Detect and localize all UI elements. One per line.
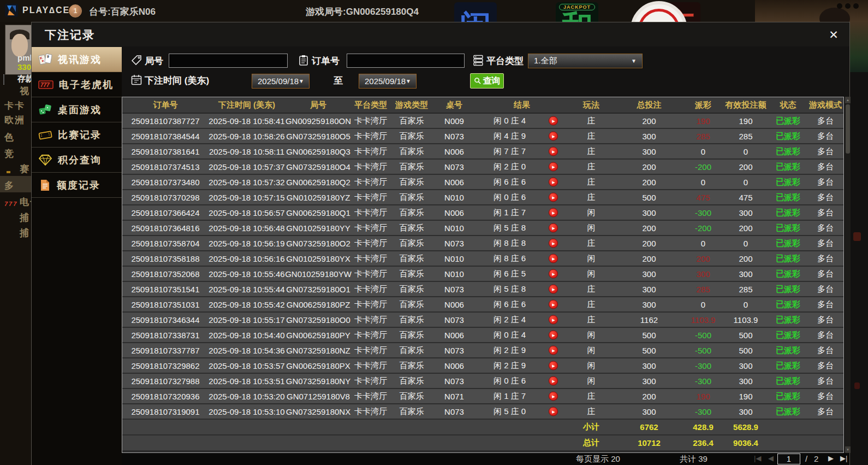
replay-video-button[interactable]: ▶: [549, 269, 558, 279]
replay-video-button[interactable]: ▶: [549, 208, 558, 217]
cell-round: GN010259180YX: [285, 251, 352, 266]
round-input[interactable]: [169, 54, 288, 68]
play-icon: ▶: [552, 195, 555, 199]
platform-select[interactable]: 1.全部 ▼: [528, 54, 643, 68]
background-nav-item-1[interactable]: 卡卡: [4, 99, 25, 112]
cell-status: 已派彩: [770, 358, 806, 373]
cell-game: 百家乐: [390, 205, 433, 220]
cell-payout: 475: [685, 190, 722, 204]
cell-status: 已派彩: [770, 221, 806, 235]
replay-video-button[interactable]: ▶: [549, 315, 558, 325]
sidebar-item-4[interactable]: 积分查询: [32, 148, 122, 173]
balance-row: 3300: [3, 62, 31, 72]
page-next-icon[interactable]: ▶: [828, 454, 834, 462]
replay-video-button[interactable]: ▶: [549, 132, 558, 141]
page-separator: /: [805, 454, 807, 463]
search-icon: [474, 77, 481, 85]
cell-payout: 200: [685, 251, 722, 266]
date-to-select[interactable]: 2025/09/18 ▼: [359, 74, 417, 89]
cell-table_no: N073: [433, 313, 475, 327]
date-from-select[interactable]: 2025/09/18 ▼: [252, 74, 310, 89]
cell-status: 已派彩: [770, 328, 806, 342]
replay-video-button[interactable]: ▶: [549, 361, 558, 370]
close-icon[interactable]: ✕: [827, 28, 841, 42]
scroll-up-icon[interactable]: ▲: [845, 97, 851, 103]
replay-video-button[interactable]: ▶: [549, 178, 558, 187]
sidebar-item-0[interactable]: K♥9视讯游戏: [32, 47, 122, 72]
cell-table_no: N006: [433, 358, 475, 373]
page-first-icon[interactable]: |◀: [754, 454, 761, 462]
page-last-icon[interactable]: ▶|: [840, 454, 847, 462]
page-prev-icon[interactable]: ◀: [768, 454, 774, 462]
cell-result: 闲 2 庄 9▶: [475, 343, 569, 357]
background-nav-item-4[interactable]: 竞: [4, 148, 15, 160]
background-nav-item-2[interactable]: 欧洲: [4, 114, 25, 126]
cell-game: 百家乐: [390, 404, 433, 419]
replay-video-button[interactable]: ▶: [549, 116, 558, 126]
replay-video-button[interactable]: ▶: [549, 285, 558, 294]
replay-video-button[interactable]: ▶: [549, 300, 558, 309]
platform-filter-label: 平台类型: [486, 55, 524, 67]
cell-round: GN006259180PX: [285, 358, 352, 373]
replay-video-button[interactable]: ▶: [549, 407, 558, 416]
replay-video-button[interactable]: ▶: [549, 223, 558, 233]
cell-round: GN073259180NX: [285, 404, 352, 419]
cell-bet: 500: [614, 190, 685, 204]
subtotal-row-label: 小计: [569, 420, 614, 434]
cell-mode: 多台: [806, 313, 844, 327]
cell-payout: 190: [685, 114, 722, 128]
cell-payout: -200: [685, 221, 722, 235]
background-nav-item-7[interactable]: 777电子: [4, 196, 31, 208]
cell-order: 250918107366424: [122, 205, 209, 220]
replay-video-button[interactable]: ▶: [549, 376, 558, 386]
cell-platform: 卡卡湾厅: [352, 404, 390, 419]
sidebar-item-3[interactable]: 比赛记录: [32, 122, 122, 148]
cell-round: GN073259180O0: [285, 313, 352, 327]
cell-status: 已派彩: [770, 267, 806, 281]
replay-video-button[interactable]: ▶: [549, 346, 558, 355]
round-filter-label: 局号: [145, 55, 163, 67]
sidebar-item-2[interactable]: 桌面游戏: [32, 97, 122, 122]
sidebar-item-5[interactable]: 额度记录: [32, 173, 122, 198]
cell-mode: 多台: [806, 374, 844, 388]
cell-mode: 多台: [806, 129, 844, 143]
cell-result: 闲 6 庄 5▶: [475, 267, 569, 281]
deposit-button[interactable]: 存款: [3, 74, 31, 84]
order-input[interactable]: [347, 54, 465, 68]
replay-video-button[interactable]: ▶: [549, 162, 558, 172]
background-nav-item-0[interactable]: 视: [4, 85, 30, 97]
cell-valid: 300: [722, 267, 770, 281]
cell-bet: 200: [614, 236, 685, 250]
replay-video-button[interactable]: ▶: [549, 147, 558, 156]
background-nav-item-3[interactable]: 色: [4, 131, 15, 144]
tie-bet-tile[interactable]: JACKPOT 和: [556, 2, 598, 22]
cell-total: [209, 435, 285, 450]
background-nav-item-9[interactable]: 捕: [4, 227, 30, 239]
scrollbar-thumb[interactable]: [846, 104, 850, 154]
sidebar-item-1[interactable]: 777电子老虎机: [32, 72, 122, 97]
scroll-down-icon[interactable]: ▼: [845, 446, 851, 453]
cell-table_no: N010: [433, 221, 475, 235]
replay-video-button[interactable]: ▶: [549, 193, 558, 202]
cell-mode: 多台: [806, 404, 844, 419]
page-number-input[interactable]: [777, 454, 800, 464]
player-bet-tile[interactable]: 闲: [454, 2, 497, 22]
search-button[interactable]: 查询: [470, 73, 504, 89]
background-nav-item-5[interactable]: 赛: [4, 163, 30, 175]
table-row: 2509181073816412025-09-18 10:58:11GN0062…: [122, 144, 843, 160]
replay-video-button[interactable]: ▶: [549, 392, 558, 401]
background-nav-item-8[interactable]: 捕: [4, 211, 30, 224]
replay-video-button[interactable]: ▶: [549, 239, 558, 248]
replay-video-button[interactable]: ▶: [549, 254, 558, 263]
cell-game: 百家乐: [390, 251, 433, 266]
cell-payout: -300: [685, 404, 722, 419]
cell-total: 10712: [614, 435, 685, 450]
background-nav-item-6[interactable]: 多: [4, 179, 15, 192]
cell-order: 250918107373480: [122, 175, 209, 189]
table-scrollbar[interactable]: ▲ ▼: [845, 97, 851, 453]
result-text: 闲 6 庄 5: [494, 269, 526, 279]
777-icon: 777: [4, 201, 17, 207]
cell-game: 百家乐: [390, 114, 433, 128]
replay-video-button[interactable]: ▶: [549, 331, 558, 340]
column-header: 下注时间 (美东): [209, 97, 285, 113]
